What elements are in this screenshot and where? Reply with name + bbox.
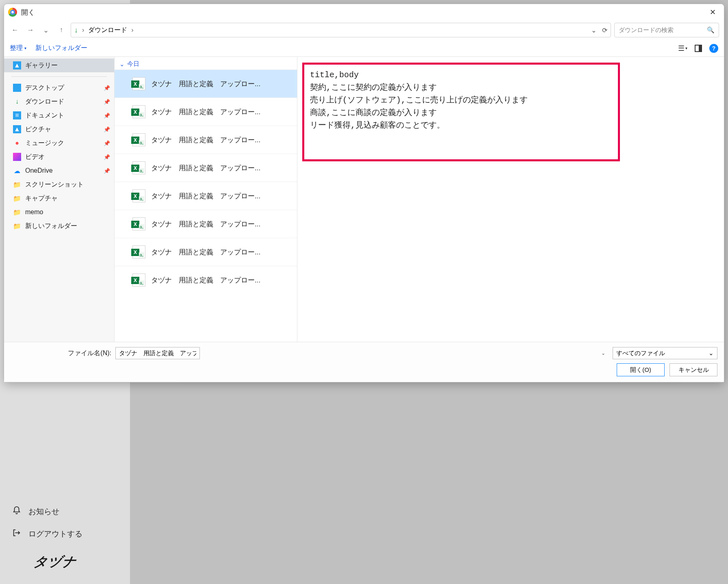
address-bar[interactable]: ↓ › ダウンロード › ⌄ ⟳ bbox=[71, 23, 611, 37]
download-icon: ↓ bbox=[74, 26, 78, 35]
arrow-right-icon: → bbox=[27, 26, 34, 34]
help-button[interactable]: ? bbox=[709, 44, 718, 53]
close-button[interactable]: ✕ bbox=[704, 6, 722, 19]
file-open-dialog: 開く ✕ ← → ⌄ ↑ ↓ › ダウンロード › ⌄ ⟳ ダウンロードの bbox=[4, 4, 724, 382]
pin-icon: 📌 bbox=[104, 140, 110, 146]
view-mode-button[interactable]: ☰ ▾ bbox=[678, 44, 687, 53]
tree-label: デスクトップ bbox=[25, 84, 64, 92]
tree-item-videos[interactable]: ビデオ 📌 bbox=[4, 150, 114, 164]
tree-label: memo bbox=[25, 208, 43, 216]
list-icon: ☰ bbox=[678, 44, 685, 53]
chevron-down-icon[interactable]: ⌄ bbox=[591, 26, 596, 34]
chevron-right-icon: › bbox=[131, 26, 133, 34]
file-name: タヅナ 用語と定義 アップロー... bbox=[151, 247, 290, 257]
excel-icon bbox=[132, 245, 145, 258]
pin-icon: 📌 bbox=[104, 99, 110, 105]
csv-preview-highlight: title,body 契約,ここに契約の定義が入ります 売り上げ(ソフトウェア)… bbox=[302, 63, 620, 161]
tree-item-memo[interactable]: 📁memo bbox=[4, 205, 114, 219]
desktop-icon bbox=[13, 84, 21, 92]
chevron-down-icon: ⌄ bbox=[119, 61, 125, 68]
nav-recent-button[interactable]: ⌄ bbox=[40, 24, 52, 36]
dialog-bottom-bar: ファイル名(N): ⌄ すべてのファイル ⌄ 開く(O) キャンセル bbox=[4, 342, 724, 382]
filename-label: ファイル名(N): bbox=[11, 349, 111, 358]
search-icon: 🔍 bbox=[707, 26, 715, 34]
nav-back-button[interactable]: ← bbox=[9, 24, 21, 36]
pin-icon: 📌 bbox=[104, 113, 110, 119]
download-icon: ↓ bbox=[13, 98, 21, 106]
file-item[interactable]: タヅナ 用語と定義 アップロー... bbox=[115, 238, 297, 266]
tree-item-screenshots[interactable]: 📁スクリーンショット bbox=[4, 178, 114, 191]
file-item[interactable]: タヅナ 用語と定義 アップロー... bbox=[115, 98, 297, 126]
sidebar-item-news[interactable]: お知らせ bbox=[10, 500, 115, 523]
path-segment[interactable]: ダウンロード bbox=[88, 26, 127, 35]
button-label: キャンセル bbox=[678, 366, 709, 373]
tree-item-newfolder[interactable]: 📁新しいフォルダー bbox=[4, 219, 114, 233]
cancel-button[interactable]: キャンセル bbox=[670, 363, 717, 376]
tree-label: ドキュメント bbox=[25, 111, 64, 120]
arrow-up-icon: ↑ bbox=[60, 26, 63, 34]
preview-pane-toggle[interactable] bbox=[695, 45, 702, 52]
csv-line: 商談,ここに商談の定義が入ります bbox=[310, 106, 612, 119]
chevron-down-icon: ⌄ bbox=[43, 26, 49, 35]
csv-line: リード獲得,見込み顧客のことです。 bbox=[310, 119, 612, 132]
file-name: タヅナ 用語と定義 アップロー... bbox=[151, 163, 290, 173]
tree-label: ミュージック bbox=[25, 139, 64, 148]
chevron-down-icon: ▾ bbox=[24, 46, 26, 50]
pictures-icon: ▲ bbox=[13, 125, 21, 133]
app-logo: タヅナ bbox=[32, 553, 117, 571]
nav-tree: ▲ギャラリー デスクトップ 📌 ↓ダウンロード 📌 ≡ドキュメント 📌 ▲ピクチ… bbox=[4, 57, 115, 342]
folder-icon: 📁 bbox=[13, 208, 21, 216]
nav-row: ← → ⌄ ↑ ↓ › ダウンロード › ⌄ ⟳ ダウンロードの検索 🔍 bbox=[4, 20, 724, 40]
tree-item-documents[interactable]: ≡ドキュメント 📌 bbox=[4, 109, 114, 122]
file-list: タヅナ 用語と定義 アップロー... タヅナ 用語と定義 アップロー... タヅ… bbox=[115, 69, 297, 342]
refresh-icon[interactable]: ⟳ bbox=[602, 26, 607, 34]
tree-item-capture[interactable]: 📁キャプチャ bbox=[4, 191, 114, 205]
filetype-filter[interactable]: すべてのファイル ⌄ bbox=[613, 347, 717, 359]
new-folder-button[interactable]: 新しいフォルダー bbox=[35, 44, 87, 52]
tree-label: OneDrive bbox=[25, 167, 53, 174]
tree-item-pictures[interactable]: ▲ピクチャ 📌 bbox=[4, 122, 114, 136]
open-button[interactable]: 開く(O) bbox=[617, 363, 665, 376]
excel-icon bbox=[132, 105, 145, 118]
logout-icon bbox=[12, 528, 21, 539]
bell-icon bbox=[12, 506, 21, 517]
pin-icon: 📌 bbox=[104, 168, 110, 174]
file-item[interactable]: タヅナ 用語と定義 アップロー... bbox=[115, 154, 297, 182]
csv-line: title,body bbox=[310, 69, 612, 81]
chevron-down-icon[interactable]: ⌄ bbox=[601, 350, 605, 356]
file-item[interactable]: タヅナ 用語と定義 アップロー... bbox=[115, 69, 297, 98]
cloud-icon: ☁ bbox=[13, 167, 21, 175]
chevron-down-icon: ⌄ bbox=[708, 350, 714, 357]
tree-item-onedrive[interactable]: ☁OneDrive 📌 bbox=[4, 164, 114, 178]
file-item[interactable]: タヅナ 用語と定義 アップロー... bbox=[115, 126, 297, 154]
tree-item-desktop[interactable]: デスクトップ 📌 bbox=[4, 81, 114, 95]
file-item[interactable]: タヅナ 用語と定義 アップロー... bbox=[115, 266, 297, 294]
file-item[interactable]: タヅナ 用語と定義 アップロー... bbox=[115, 210, 297, 238]
file-name: タヅナ 用語と定義 アップロー... bbox=[151, 135, 290, 145]
search-input[interactable]: ダウンロードの検索 🔍 bbox=[614, 23, 719, 37]
sidebar-item-logout[interactable]: ログアウトする bbox=[10, 523, 115, 545]
tree-item-music[interactable]: ●ミュージック 📌 bbox=[4, 136, 114, 150]
tree-item-downloads[interactable]: ↓ダウンロード 📌 bbox=[4, 95, 114, 109]
excel-icon bbox=[132, 217, 145, 230]
sidebar-item-label: ログアウトする bbox=[28, 529, 82, 539]
excel-icon bbox=[132, 161, 145, 174]
file-item[interactable]: タヅナ 用語と定義 アップロー... bbox=[115, 182, 297, 210]
file-group-header[interactable]: ⌄ 今日 bbox=[115, 57, 297, 69]
button-label: 開く(O) bbox=[630, 366, 651, 373]
file-list-column: ⌄ 今日 タヅナ 用語と定義 アップロー... タヅナ 用語と定義 アップロー.… bbox=[115, 57, 297, 342]
button-label: 新しいフォルダー bbox=[35, 44, 87, 52]
tree-separator bbox=[11, 76, 107, 77]
excel-icon bbox=[132, 77, 145, 90]
organize-button[interactable]: 整理 ▾ bbox=[10, 44, 26, 52]
excel-icon bbox=[132, 274, 145, 287]
button-label: 整理 bbox=[10, 44, 23, 52]
filename-input[interactable] bbox=[115, 347, 200, 359]
nav-forward-button[interactable]: → bbox=[24, 24, 37, 36]
nav-up-button[interactable]: ↑ bbox=[55, 24, 67, 36]
tree-label: スクリーンショット bbox=[25, 180, 84, 189]
main-area: ▲ギャラリー デスクトップ 📌 ↓ダウンロード 📌 ≡ドキュメント 📌 ▲ピクチ… bbox=[4, 57, 724, 342]
search-placeholder: ダウンロードの検索 bbox=[619, 26, 674, 34]
chevron-down-icon: ▾ bbox=[685, 46, 687, 50]
tree-item-gallery[interactable]: ▲ギャラリー bbox=[4, 59, 114, 72]
